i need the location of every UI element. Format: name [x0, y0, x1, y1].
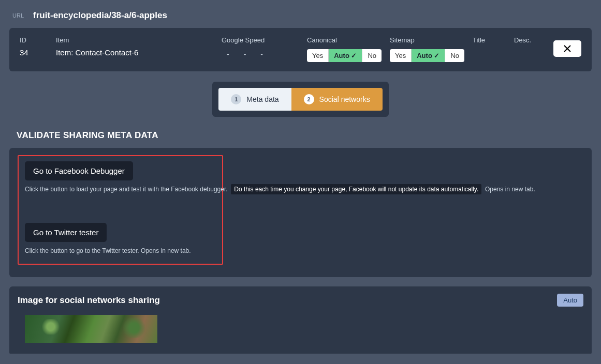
close-icon	[563, 44, 571, 53]
gs-value-2: -	[244, 50, 246, 58]
tab-number-1: 1	[231, 94, 241, 104]
highlight-box: Go to Facebook Debugger Click the button…	[18, 155, 223, 265]
twitter-tester-button[interactable]: Go to Twitter tester	[25, 223, 107, 242]
canonical-auto[interactable]: Auto ✓	[329, 49, 362, 62]
url-bar: URL fruit-encyclopedia/38-a/6-apples	[0, 0, 601, 28]
fb-help-text-b: Do this each time you change your page, …	[231, 184, 481, 194]
facebook-debugger-button[interactable]: Go to Facebook Debugger	[25, 161, 133, 180]
id-value: 34	[20, 48, 56, 57]
tab-label-meta: Meta data	[246, 95, 278, 103]
item-value: Item: Contact-Contact-6	[56, 48, 222, 57]
validate-heading: VALIDATE SHARING META DATA	[9, 126, 592, 148]
social-image-thumbnail[interactable]	[25, 315, 157, 343]
sitemap-label: Sitemap	[390, 36, 473, 44]
sitemap-toggle: Yes Auto ✓ No	[390, 49, 473, 62]
item-label: Item	[56, 36, 222, 44]
social-image-heading: Image for social networks sharing	[18, 295, 160, 306]
gs-value-1: -	[227, 50, 229, 58]
fb-help-text-c: Opens in new tab.	[485, 186, 535, 193]
tab-label-social: Social networks	[319, 95, 370, 103]
title-label: Title	[473, 36, 514, 44]
id-label: ID	[20, 36, 56, 44]
info-card: ID 34 Item Item: Contact-Contact-6 Googl…	[9, 28, 592, 71]
fb-help-text-a: Click the button to load your page and t…	[25, 186, 228, 193]
canonical-no[interactable]: No	[362, 49, 382, 62]
gs-value-3: -	[260, 50, 263, 58]
close-button[interactable]	[553, 40, 581, 57]
sitemap-no[interactable]: No	[445, 49, 464, 62]
tw-help-text: Click the button to go to the Twitter te…	[25, 247, 216, 254]
google-speed-label: Google Speed	[222, 36, 307, 44]
tabs: 1 Meta data 2 Social networks	[212, 82, 388, 117]
auto-button[interactable]: Auto	[557, 294, 583, 307]
url-label: URL	[12, 12, 24, 19]
social-image-panel: Image for social networks sharing Auto	[9, 286, 592, 354]
tab-social-networks[interactable]: 2 Social networks	[291, 88, 383, 111]
desc-label: Desc.	[514, 36, 555, 44]
tab-number-2: 2	[304, 94, 314, 104]
sitemap-auto[interactable]: Auto ✓	[412, 49, 445, 62]
canonical-toggle: Yes Auto ✓ No	[307, 49, 390, 62]
url-value: fruit-encyclopedia/38-a/6-apples	[33, 10, 167, 21]
canonical-yes[interactable]: Yes	[307, 49, 329, 62]
content-scroll[interactable]: VALIDATE SHARING META DATA Go to Faceboo…	[0, 126, 601, 354]
canonical-label: Canonical	[307, 36, 390, 44]
validate-panel: Go to Facebook Debugger Click the button…	[9, 148, 592, 277]
tab-meta-data[interactable]: 1 Meta data	[218, 88, 291, 111]
sitemap-yes[interactable]: Yes	[390, 49, 412, 62]
